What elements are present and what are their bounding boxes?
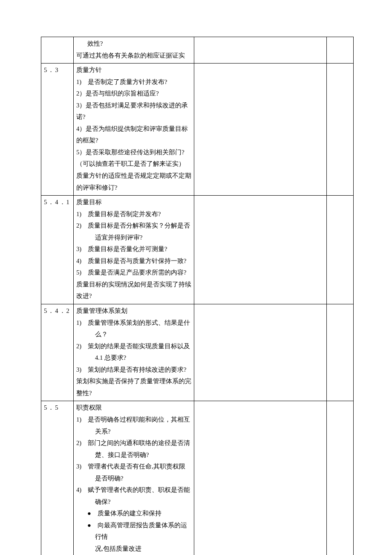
content-line: 4）是否为组织提供制定和评审质量目标的框架? (76, 123, 192, 147)
content-line: 质量方针的适应性是否规定定期或不定期的评审和修订? (76, 170, 192, 194)
content-line: 楚、接口是否明确? (76, 449, 192, 461)
content-line: 是否明确? (76, 473, 192, 485)
result-cell (326, 304, 353, 401)
content-line: 关系? (76, 426, 192, 438)
content-line: 职责权限 (76, 402, 192, 414)
content-cell: 质量方针1) 是否制定了质量方针并发布?2）是否与组织的宗旨相适应?3）是否包括… (74, 64, 194, 196)
content-line: 质量方针 (76, 64, 192, 76)
evidence-cell (194, 64, 327, 196)
clause-number-cell: 5．5 (41, 401, 74, 555)
table-row: 5．4．1质量目标1) 质量目标是否制定并发布?2) 质量目标是否分解和落实？分… (41, 196, 354, 304)
content-line: 3) 策划的结果是否有持续改进的要求? (76, 364, 192, 376)
content-line: 1) 质量目标是否制定并发布? (76, 208, 192, 220)
content-line: （可以抽查若干职工是否了解来证实） (76, 158, 192, 170)
content-line: 1) 是否制定了质量方针并发布? (76, 76, 192, 88)
checklist-table: 效性?可通过其他各有关条款的相应证据证实5．3质量方针1) 是否制定了质量方针并… (41, 37, 354, 555)
result-cell (326, 401, 353, 555)
clause-number: 5．3 (44, 66, 59, 73)
clause-number: 5．4．1 (44, 199, 70, 205)
content-line: 5) 质量是否满足产品要求所需的内容? (76, 267, 192, 279)
content-line: 3) 质量目标是否量化并可测量? (76, 243, 192, 255)
content-line: 1) 是否明确各过程职能和岗位，其相互 (76, 414, 192, 426)
content-line: 可通过其他各有关条款的相应证据证实 (76, 50, 192, 62)
content-line: ● 质量体系的建立和保持 (76, 508, 192, 520)
clause-number-cell: 5．4．2 (41, 304, 74, 401)
clause-number-cell: 5．4．1 (41, 196, 74, 304)
evidence-cell (194, 37, 327, 64)
content-line: 质量目标 (76, 197, 192, 208)
content-line: 4) 赋予管理者代表的职责、职权是否能 (76, 484, 192, 496)
content-line: 么？ (76, 329, 192, 341)
content-cell: 质量目标1) 质量目标是否制定并发布?2) 质量目标是否分解和落实？分解是否适宜… (74, 196, 194, 304)
content-cell: 职责权限1) 是否明确各过程职能和岗位，其相互关系?2) 部门之间的沟通和联络的… (74, 401, 194, 555)
content-line: 适宜并得到评审? (76, 232, 192, 244)
content-line: 4.1 总要求? (76, 352, 192, 364)
content-line: 况,包括质量改进 (76, 543, 192, 555)
content-line: 1) 质量管理体系策划的形式、结果是什 (76, 317, 192, 329)
content-line: ● 向最高管理层报告质量体系的运行情 (76, 520, 192, 543)
content-line: 3) 管理者代表是否有任命,其职责权限 (76, 461, 192, 473)
content-line: 效性? (76, 38, 192, 50)
document-page: 效性?可通过其他各有关条款的相应证据证实5．3质量方针1) 是否制定了质量方针并… (0, 0, 392, 555)
clause-number-cell (41, 37, 74, 64)
content-line: 2) 部门之间的沟通和联络的途径是否清 (76, 437, 192, 449)
content-line: 2）是否与组织的宗旨相适应? (76, 88, 192, 100)
content-line: 策划和实施是否保持了质量管理体系的完整性? (76, 376, 192, 399)
content-line: 5）是否采取那些途径传达到相关部门? (76, 147, 192, 159)
result-cell (326, 37, 353, 64)
content-line: 4) 质量目标是否与质量方针保持一致? (76, 255, 192, 267)
content-cell: 质量管理体系策划1) 质量管理体系策划的形式、结果是什么？2) 策划的结果是否能… (74, 304, 194, 401)
content-cell: 效性?可通过其他各有关条款的相应证据证实 (74, 37, 194, 64)
result-cell (326, 64, 353, 196)
clause-number: 5．5 (44, 404, 59, 411)
clause-number-cell: 5．3 (41, 64, 74, 196)
content-line: 质量管理体系策划 (76, 305, 192, 317)
content-line: 2) 策划的结果是否能实现质量目标以及 (76, 341, 192, 353)
evidence-cell (194, 401, 327, 555)
result-cell (326, 196, 353, 304)
table-row: 5．5职责权限1) 是否明确各过程职能和岗位，其相互关系?2) 部门之间的沟通和… (41, 401, 354, 555)
table-row: 5．4．2质量管理体系策划1) 质量管理体系策划的形式、结果是什么？2) 策划的… (41, 304, 354, 401)
evidence-cell (194, 304, 327, 401)
table-row: 5．3质量方针1) 是否制定了质量方针并发布?2）是否与组织的宗旨相适应?3）是… (41, 64, 354, 196)
content-line: 确保? (76, 496, 192, 508)
evidence-cell (194, 196, 327, 304)
table-row: 效性?可通过其他各有关条款的相应证据证实 (41, 37, 354, 64)
clause-number: 5．4．2 (44, 307, 70, 314)
content-line: 质量目标的实现情况如何是否实现了持续改进? (76, 279, 192, 302)
content-line: 3）是否包括对满足要求和持续改进的承诺? (76, 100, 192, 123)
content-line: 2) 质量目标是否分解和落实？分解是否 (76, 220, 192, 232)
